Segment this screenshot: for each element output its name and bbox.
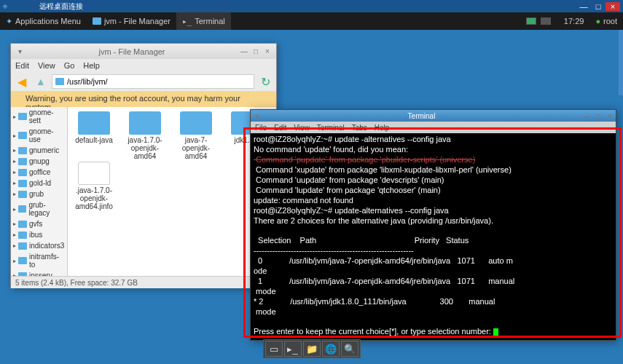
sidebar-item[interactable]: ▸gnome-use bbox=[11, 126, 67, 145]
file-item[interactable]: java-7-openjdk-amd64 bbox=[171, 111, 221, 160]
dock-find[interactable]: 🔍 bbox=[341, 341, 358, 357]
fm-titlebar[interactable]: ▾ jvm - File Manager — □ × bbox=[11, 44, 276, 59]
fm-maximize[interactable]: □ bbox=[250, 47, 262, 55]
nav-back[interactable]: ◀ bbox=[14, 74, 30, 89]
sidebar-item[interactable]: ▸gvfs bbox=[11, 218, 67, 229]
fm-sidebar: ▸gnome-sett ▸gnome-use ▸gnumeric ▸gnupg … bbox=[11, 107, 68, 276]
dock-show-desktop[interactable]: ▭ bbox=[265, 341, 283, 357]
rdp-titlebar: ⎆ 远程桌面连接 — □ × bbox=[0, 0, 623, 12]
taskbar-terminal[interactable]: ▸_ Terminal bbox=[176, 12, 231, 30]
sidebar-item[interactable]: ▸indicators3 bbox=[11, 240, 67, 251]
sidebar-item[interactable]: ▸gnupg bbox=[11, 156, 67, 167]
workspace-switcher[interactable] bbox=[520, 12, 558, 30]
term-minimize[interactable]: — bbox=[581, 112, 592, 120]
term-title: Terminal bbox=[262, 112, 581, 120]
nav-up[interactable]: ▲ bbox=[33, 74, 49, 89]
desktop-scrollbar[interactable] bbox=[619, 30, 623, 95]
fm-minimize[interactable]: — bbox=[238, 47, 250, 55]
term-menu-icon[interactable]: ▾ bbox=[251, 112, 262, 120]
fm-content[interactable]: default-java java-1.7.0-openjdk-amd64 ja… bbox=[68, 107, 276, 276]
fm-title: jvm - File Manager bbox=[26, 47, 238, 56]
term-menu-terminal[interactable]: Terminal bbox=[317, 124, 345, 132]
dock-files[interactable]: 📁 bbox=[303, 341, 321, 357]
fm-menu-view[interactable]: View bbox=[38, 61, 55, 70]
fm-toolbar: ◀ ▲ /usr/lib/jvm/ ↻ bbox=[11, 72, 276, 91]
cursor bbox=[493, 328, 498, 336]
term-menubar: File Edit View Terminal Tabs Help bbox=[251, 122, 616, 133]
sidebar-item[interactable]: ▸goffice bbox=[11, 167, 67, 178]
term-menu-file[interactable]: File bbox=[255, 124, 267, 132]
fm-menu-edit[interactable]: Edit bbox=[15, 61, 29, 70]
file-manager-window: ▾ jvm - File Manager — □ × Edit View Go … bbox=[10, 43, 277, 288]
file-item[interactable]: .java-1.7.0-openjdk-amd64.jinfo bbox=[69, 162, 119, 210]
root-warning: Warning, you are using the root account,… bbox=[11, 91, 276, 107]
sidebar-item[interactable]: ▸initramfs-to bbox=[11, 251, 67, 270]
path-input[interactable]: /usr/lib/jvm/ bbox=[52, 74, 254, 89]
apps-label: Applications Menu bbox=[15, 17, 81, 25]
top-panel: ✦ Applications Menu jvm - File Manager ▸… bbox=[0, 12, 623, 30]
fm-statusbar: 5 items (2.4 kB), Free space: 32.7 GB bbox=[11, 276, 276, 288]
fm-menubar: Edit View Go Help bbox=[11, 59, 276, 72]
sidebar-item[interactable]: ▸grub-legacy bbox=[11, 199, 67, 218]
rdp-minimize[interactable]: — bbox=[576, 2, 591, 11]
sidebar-item[interactable]: ▸gnome-sett bbox=[11, 107, 67, 126]
fm-menu-help[interactable]: Help bbox=[83, 61, 100, 70]
user-menu[interactable]: ●root bbox=[589, 12, 623, 30]
terminal-body[interactable]: root@iZ28olyqhlyZ:~# update -alternative… bbox=[251, 133, 616, 339]
term-close[interactable]: × bbox=[604, 112, 616, 120]
reload-button[interactable]: ↻ bbox=[257, 74, 273, 89]
rdp-title: 远程桌面连接 bbox=[39, 1, 83, 12]
term-menu-view[interactable]: View bbox=[294, 124, 310, 132]
rdp-maximize[interactable]: □ bbox=[591, 2, 606, 11]
sidebar-item[interactable]: ▸grub bbox=[11, 189, 67, 199]
file-icon bbox=[78, 162, 110, 185]
fm-menu-go[interactable]: Go bbox=[64, 61, 75, 70]
term-menu-edit[interactable]: Edit bbox=[274, 124, 286, 132]
folder-icon bbox=[129, 111, 161, 135]
sidebar-item[interactable]: ▸gnumeric bbox=[11, 145, 67, 156]
clock[interactable]: 17:29 bbox=[558, 12, 590, 30]
term-maximize[interactable]: □ bbox=[592, 112, 604, 120]
file-item[interactable]: default-java bbox=[69, 111, 119, 160]
fm-close[interactable]: × bbox=[262, 47, 273, 55]
taskbar-filemanager[interactable]: jvm - File Manager bbox=[87, 12, 176, 30]
sidebar-item[interactable]: ▸ibus bbox=[11, 229, 67, 240]
term-menu-tabs[interactable]: Tabs bbox=[352, 124, 367, 132]
terminal-window: ▾ Terminal — □ × File Edit View Terminal… bbox=[250, 109, 616, 341]
rdp-close[interactable]: × bbox=[606, 2, 620, 11]
sidebar-item[interactable]: ▸insserv bbox=[11, 270, 67, 276]
term-menu-help[interactable]: Help bbox=[375, 124, 390, 132]
sidebar-item[interactable]: ▸gold-ld bbox=[11, 178, 67, 189]
dock-browser[interactable]: 🌐 bbox=[322, 341, 340, 357]
dock-terminal[interactable]: ▸_ bbox=[284, 341, 302, 357]
applications-menu[interactable]: ✦ Applications Menu bbox=[0, 12, 87, 30]
dock: ▭ ▸_ 📁 🌐 🔍 bbox=[263, 339, 361, 358]
term-titlebar[interactable]: ▾ Terminal — □ × bbox=[251, 110, 616, 122]
folder-icon bbox=[180, 111, 212, 135]
fm-menu-icon[interactable]: ▾ bbox=[14, 47, 26, 55]
file-item[interactable]: java-1.7.0-openjdk-amd64 bbox=[120, 111, 170, 160]
folder-icon bbox=[78, 111, 110, 135]
